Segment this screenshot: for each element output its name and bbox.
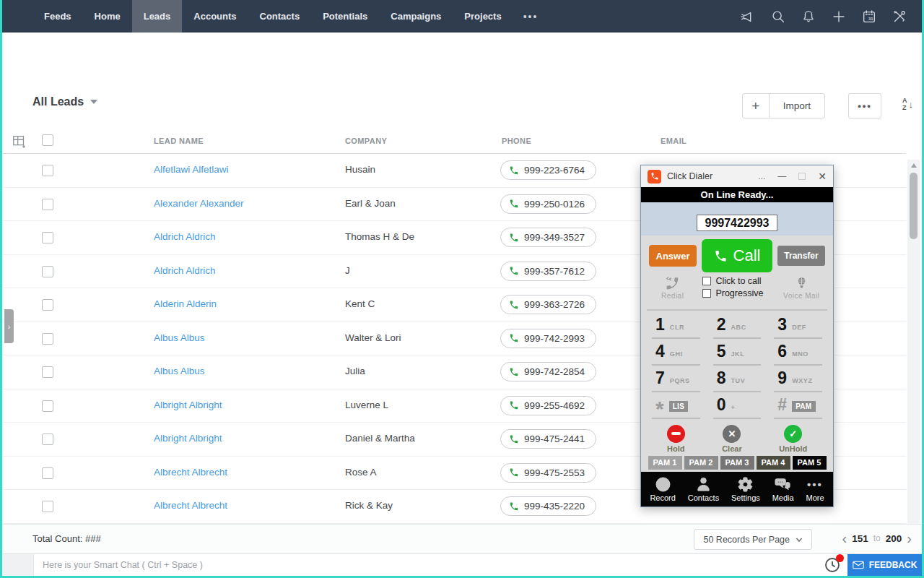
lead-name-link[interactable]: Albus Albus bbox=[154, 366, 205, 376]
megaphone-icon[interactable] bbox=[740, 9, 756, 25]
recent-activity-button[interactable] bbox=[824, 556, 842, 575]
lead-name-link[interactable]: Albus Albus bbox=[154, 332, 205, 343]
phone-call-button[interactable]: 999-250-0126 bbox=[500, 194, 596, 214]
scrollbar-thumb[interactable] bbox=[910, 173, 918, 239]
keypad-key-4[interactable]: 4GHI bbox=[652, 339, 700, 366]
row-checkbox[interactable] bbox=[42, 333, 53, 345]
vertical-scrollbar[interactable] bbox=[907, 160, 920, 524]
tab-contacts[interactable]: Contacts bbox=[248, 0, 312, 33]
new-lead-button[interactable]: + bbox=[743, 94, 770, 118]
tab-accounts[interactable]: Accounts bbox=[182, 0, 248, 33]
phone-call-button[interactable]: 999-475-2441 bbox=[500, 429, 596, 449]
prev-page-button[interactable]: ‹ bbox=[842, 530, 847, 546]
phone-call-button[interactable]: 999-255-4692 bbox=[500, 396, 596, 415]
phone-call-button[interactable]: 999-223-6764 bbox=[500, 160, 596, 180]
column-header-phone[interactable]: PHONE bbox=[502, 137, 531, 145]
view-selector[interactable]: All Leads bbox=[32, 95, 97, 108]
pam-1-button[interactable]: PAM 1 bbox=[648, 456, 682, 470]
phone-call-button[interactable]: 999-475-2553 bbox=[500, 463, 596, 483]
records-per-page-select[interactable]: 50 Records Per Page bbox=[694, 529, 812, 550]
keypad-key-hash[interactable]: #PAM bbox=[774, 392, 822, 419]
column-header-email[interactable]: EMAIL bbox=[661, 137, 687, 145]
select-all-checkbox[interactable] bbox=[42, 134, 53, 146]
lead-name-link[interactable]: Alexander Alexander bbox=[154, 198, 244, 209]
redial-button[interactable]: Redial bbox=[647, 276, 698, 311]
row-checkbox[interactable] bbox=[42, 467, 53, 479]
pam-2-button[interactable]: PAM 2 bbox=[684, 456, 718, 470]
bell-icon[interactable] bbox=[801, 9, 816, 25]
hold-button[interactable]: Hold bbox=[667, 425, 685, 453]
row-checkbox[interactable] bbox=[42, 366, 53, 378]
row-checkbox[interactable] bbox=[42, 501, 53, 512]
pam-5-button[interactable]: PAM 5 bbox=[793, 456, 827, 470]
lead-name-link[interactable]: Alderin Alderin bbox=[154, 298, 217, 309]
chat-handle[interactable] bbox=[2, 554, 34, 576]
list-more-actions-button[interactable]: ••• bbox=[848, 93, 881, 118]
click-to-call-checkbox[interactable] bbox=[702, 277, 711, 285]
close-icon[interactable]: ✕ bbox=[818, 171, 827, 182]
feedback-button[interactable]: FEEDBACK bbox=[847, 554, 922, 576]
tab-feeds[interactable]: Feeds bbox=[32, 0, 83, 33]
dialed-number-input[interactable] bbox=[697, 215, 777, 231]
record-button[interactable]: Record bbox=[650, 476, 675, 502]
more-button[interactable]: ••• More bbox=[806, 476, 824, 502]
contacts-button[interactable]: Contacts bbox=[688, 476, 719, 502]
tab-projects[interactable]: Projects bbox=[453, 0, 513, 33]
keypad-key-5[interactable]: 5JKL bbox=[713, 339, 762, 366]
keypad-key-6[interactable]: 6MNO bbox=[774, 339, 822, 366]
voice-mail-button[interactable]: Voice Mail bbox=[776, 276, 827, 311]
pam-3-button[interactable]: PAM 3 bbox=[720, 456, 754, 470]
row-checkbox[interactable] bbox=[42, 165, 53, 176]
keypad-key-star[interactable]: *LIS bbox=[652, 392, 700, 419]
add-column-icon[interactable] bbox=[12, 134, 27, 150]
phone-call-button[interactable]: 999-742-2854 bbox=[500, 362, 596, 381]
click-to-call-option[interactable]: Click to call bbox=[702, 276, 761, 286]
phone-call-button[interactable]: 999-349-3527 bbox=[500, 228, 596, 247]
tab-home[interactable]: Home bbox=[83, 0, 132, 33]
unhold-button[interactable]: ✓ UnHold bbox=[779, 425, 807, 453]
media-button[interactable]: Media bbox=[772, 476, 794, 502]
row-checkbox[interactable] bbox=[42, 299, 53, 311]
lead-name-link[interactable]: Albright Albright bbox=[154, 400, 222, 410]
lead-name-link[interactable]: Aldrich Aldrich bbox=[154, 231, 216, 242]
tab-potentials[interactable]: Potentials bbox=[311, 0, 379, 33]
row-checkbox[interactable] bbox=[42, 434, 53, 445]
keypad-key-0[interactable]: 0+ bbox=[713, 392, 762, 419]
settings-button[interactable]: Settings bbox=[731, 476, 760, 502]
import-button[interactable]: Import bbox=[770, 94, 824, 118]
row-checkbox[interactable] bbox=[42, 400, 53, 412]
lead-name-link[interactable]: Alfetlawi Alfetlawi bbox=[154, 164, 229, 175]
nav-more-button[interactable]: ••• bbox=[513, 0, 549, 33]
keypad-key-3[interactable]: 3DEF bbox=[774, 312, 822, 339]
column-header-company[interactable]: COMPANY bbox=[345, 137, 387, 145]
progressive-option[interactable]: Progressive bbox=[702, 288, 763, 298]
maximize-button[interactable] bbox=[798, 173, 806, 180]
next-page-button[interactable]: › bbox=[907, 530, 912, 546]
dialer-titlebar[interactable]: Click Dialer ... — ✕ bbox=[641, 165, 833, 187]
lead-name-link[interactable]: Albrecht Albrecht bbox=[154, 467, 227, 478]
phone-call-button[interactable]: 999-357-7612 bbox=[500, 262, 596, 281]
keypad-key-2[interactable]: 2ABC bbox=[713, 312, 762, 339]
minimize-button[interactable]: — bbox=[777, 171, 786, 181]
calendar-icon[interactable]: 31 bbox=[861, 9, 877, 25]
lead-name-link[interactable]: Albright Albright bbox=[154, 433, 222, 444]
phone-call-button[interactable]: 999-363-2726 bbox=[500, 295, 596, 314]
row-checkbox[interactable] bbox=[42, 199, 53, 210]
keypad-key-7[interactable]: 7PQRS bbox=[652, 366, 700, 392]
pam-4-button[interactable]: PAM 4 bbox=[757, 456, 790, 470]
column-header-lead-name[interactable]: LEAD NAME bbox=[154, 137, 204, 145]
smart-chat-input[interactable] bbox=[43, 554, 692, 576]
phone-call-button[interactable]: 999-435-2220 bbox=[500, 496, 596, 516]
tools-icon[interactable] bbox=[892, 9, 907, 25]
row-checkbox[interactable] bbox=[42, 266, 53, 277]
plus-icon[interactable] bbox=[831, 9, 847, 25]
left-panel-expand-tab[interactable]: › bbox=[4, 309, 14, 343]
keypad-key-9[interactable]: 9WXYZ bbox=[774, 366, 822, 392]
row-checkbox[interactable] bbox=[42, 232, 53, 243]
call-button[interactable]: Call bbox=[702, 239, 772, 272]
answer-button[interactable]: Answer bbox=[649, 245, 697, 267]
phone-call-button[interactable]: 999-742-2993 bbox=[500, 329, 596, 348]
lead-name-link[interactable]: Albrecht Albrecht bbox=[154, 500, 227, 511]
search-icon[interactable] bbox=[770, 9, 786, 25]
tab-campaigns[interactable]: Campaigns bbox=[379, 0, 453, 33]
